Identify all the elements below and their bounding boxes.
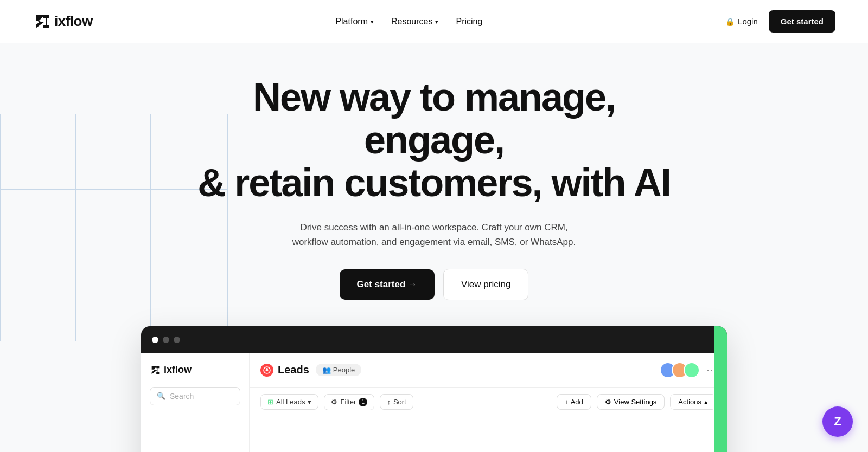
app-toolbar: ⊞ All Leads ▾ ⚙ Filter 1 ↕ S: [250, 388, 727, 417]
filter-icon: ⚙: [331, 398, 337, 406]
lock-icon: 🔒: [725, 17, 735, 26]
people-badge[interactable]: 👥 People: [316, 364, 361, 376]
window-dot-gray2: [174, 337, 180, 343]
fab-button[interactable]: Z: [822, 406, 853, 437]
navbar: ixflow Platform ▾ Resources ▾ Pricing 🔒 …: [0, 0, 868, 43]
search-input[interactable]: 🔍 Search: [150, 387, 240, 405]
nav-links: Platform ▾ Resources ▾ Pricing: [335, 17, 482, 27]
search-placeholder: Search: [170, 392, 194, 401]
search-icon: 🔍: [157, 392, 165, 400]
chevron-down-icon: ▾: [435, 18, 438, 25]
filter-button[interactable]: ⚙ Filter 1: [324, 394, 374, 410]
nav-actions: 🔒 Login Get started: [725, 10, 835, 33]
app-header-left: Leads 👥 People: [260, 364, 361, 377]
settings-icon: ⚙: [605, 398, 611, 406]
actions-button[interactable]: Actions ▴: [670, 394, 716, 410]
all-leads-button[interactable]: ⊞ All Leads ▾: [260, 394, 318, 410]
view-pricing-button[interactable]: View pricing: [443, 269, 528, 300]
window-dot-white: [152, 337, 158, 343]
app-sidebar: ixflow 🔍 Search: [141, 353, 250, 452]
app-logo: ixflow: [150, 364, 240, 376]
hero-headline: New way to manage, engage, & retain cust…: [190, 76, 678, 205]
hero-subtext: Drive success with an all-in-one workspa…: [288, 220, 580, 249]
app-header: Leads 👥 People: [250, 353, 727, 388]
hero: New way to manage, engage, & retain cust…: [0, 43, 868, 452]
chevron-down-icon: ▾: [308, 398, 311, 406]
app-header-right: ⋯: [660, 362, 716, 378]
app-main: Leads 👥 People: [250, 353, 727, 452]
get-started-nav-button[interactable]: Get started: [769, 10, 835, 33]
app-logo-icon: [150, 364, 162, 376]
app-logo-text: ixflow: [164, 364, 192, 376]
view-settings-button[interactable]: ⚙ View Settings: [597, 394, 665, 410]
green-accent-panel: [714, 326, 727, 452]
filter-count-badge: 1: [359, 398, 367, 406]
add-button[interactable]: + Add: [557, 394, 591, 410]
avatar-group: [660, 362, 700, 378]
grid-icon: ⊞: [267, 398, 273, 406]
nav-item-platform[interactable]: Platform ▾: [335, 17, 374, 27]
nav-item-pricing[interactable]: Pricing: [456, 17, 482, 27]
sort-button[interactable]: ↕ Sort: [380, 394, 413, 410]
toolbar-left: ⊞ All Leads ▾ ⚙ Filter 1 ↕ S: [260, 394, 413, 410]
avatar-3: [684, 362, 700, 378]
login-button[interactable]: 🔒 Login: [725, 17, 758, 26]
logo-text: ixflow: [54, 13, 93, 30]
chevron-up-icon: ▴: [704, 398, 708, 406]
hero-section: New way to manage, engage, & retain cust…: [0, 43, 868, 452]
sort-icon: ↕: [387, 398, 391, 406]
hero-buttons: Get started → View pricing: [11, 269, 857, 300]
logo[interactable]: ixflow: [33, 12, 93, 31]
svg-point-1: [266, 368, 268, 370]
leads-title: Leads: [260, 364, 309, 377]
fab-icon: Z: [834, 415, 841, 429]
logo-icon: [33, 12, 52, 31]
window-dot-gray1: [163, 337, 169, 343]
nav-item-resources[interactable]: Resources ▾: [391, 17, 438, 27]
chevron-down-icon: ▾: [371, 18, 374, 25]
app-preview: ixflow 🔍 Search: [141, 326, 727, 452]
leads-icon: [260, 364, 273, 377]
people-icon: 👥: [322, 366, 331, 374]
get-started-hero-button[interactable]: Get started →: [340, 269, 435, 300]
toolbar-right: + Add ⚙ View Settings Actions ▴: [557, 394, 716, 410]
app-titlebar: [141, 326, 727, 353]
app-body: ixflow 🔍 Search: [141, 353, 727, 452]
